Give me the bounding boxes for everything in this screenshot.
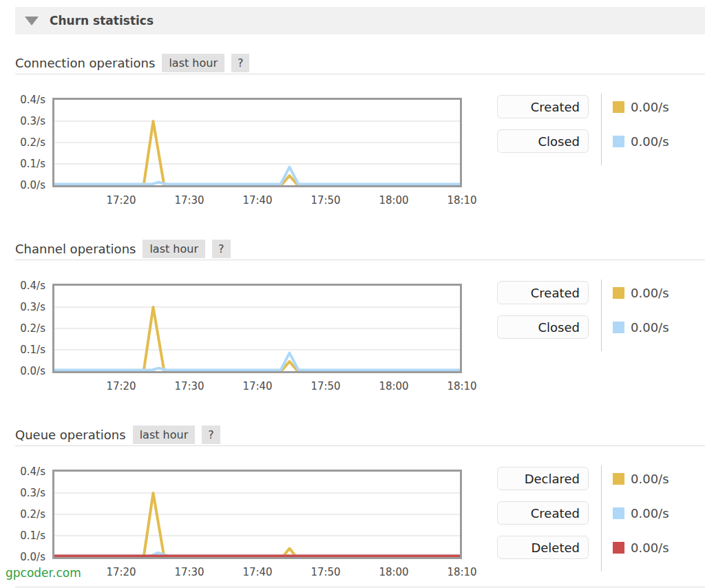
x-axis-label: 17:30 bbox=[174, 194, 204, 207]
x-axis-label: 18:00 bbox=[379, 566, 408, 578]
chart-legend-values: 0.00/s0.00/s bbox=[601, 94, 669, 165]
legend-value-row: 0.00/s bbox=[613, 95, 669, 118]
plot-svg bbox=[54, 100, 460, 185]
legend-swatch-closed bbox=[613, 322, 624, 333]
help-icon[interactable]: ? bbox=[231, 54, 250, 72]
section-title: Churn statistics bbox=[50, 14, 154, 28]
collapse-triangle-icon bbox=[25, 17, 39, 25]
x-axis-label: 17:50 bbox=[311, 380, 340, 392]
series-line-created bbox=[54, 121, 460, 185]
legend-value: 0.00/s bbox=[631, 540, 669, 555]
y-axis: 0.4/s0.3/s0.2/s0.1/s0.0/s bbox=[15, 98, 48, 187]
chart-title-row: Queue operations last hour ? bbox=[15, 424, 705, 446]
chart-legend-buttons: DeclaredCreatedDeleted bbox=[497, 467, 589, 570]
legend-value: 0.00/s bbox=[631, 286, 669, 300]
y-axis-label: 0.4/s bbox=[20, 465, 45, 478]
legend-value: 0.00/s bbox=[631, 472, 669, 486]
chart-legend-buttons: CreatedClosed bbox=[497, 281, 589, 350]
series-line-closed bbox=[54, 353, 460, 370]
x-axis: 17:2017:3017:4017:5018:0018:10 bbox=[54, 380, 460, 394]
series-line-closed bbox=[54, 167, 460, 185]
y-axis-label: 0.1/s bbox=[20, 158, 45, 170]
plot-area bbox=[52, 470, 462, 559]
legend-button-created[interactable]: Created bbox=[497, 281, 589, 304]
chart-section-connection-operations: Connection operations last hour ? 0.4/s0… bbox=[0, 52, 705, 238]
legend-swatch-declared bbox=[613, 473, 624, 485]
legend-swatch-created bbox=[613, 287, 624, 299]
legend-swatch-closed bbox=[613, 136, 624, 147]
legend-value-row: 0.00/s bbox=[613, 315, 669, 339]
legend-button-created[interactable]: Created bbox=[497, 501, 589, 525]
x-axis: 17:2017:3017:4017:5018:0018:10 bbox=[54, 194, 460, 208]
x-axis-label: 17:20 bbox=[106, 194, 136, 207]
plot-area bbox=[52, 284, 462, 373]
chart-legend-values: 0.00/s0.00/s bbox=[601, 280, 669, 351]
chart-title: Connection operations bbox=[15, 56, 155, 70]
legend-value-row: 0.00/s bbox=[613, 467, 669, 490]
churn-statistics-collapse-header[interactable]: Churn statistics bbox=[15, 7, 705, 34]
legend-swatch-created bbox=[613, 507, 624, 519]
legend-value-row: 0.00/s bbox=[613, 536, 669, 559]
x-axis-label: 17:30 bbox=[174, 380, 204, 392]
legend-value: 0.00/s bbox=[631, 506, 669, 521]
x-axis-label: 17:50 bbox=[311, 566, 340, 578]
y-axis-label: 0.4/s bbox=[20, 280, 45, 292]
y-axis: 0.4/s0.3/s0.2/s0.1/s0.0/s bbox=[15, 284, 48, 373]
y-axis-label: 0.0/s bbox=[20, 179, 45, 191]
y-axis-label: 0.2/s bbox=[20, 322, 45, 335]
x-axis-label: 17:40 bbox=[242, 566, 272, 578]
y-axis: 0.4/s0.3/s0.2/s0.1/s0.0/s bbox=[15, 470, 48, 559]
x-axis-label: 17:50 bbox=[311, 194, 340, 207]
chart-legend-buttons: CreatedClosed bbox=[497, 95, 589, 164]
y-axis-label: 0.4/s bbox=[20, 94, 45, 106]
legend-button-closed[interactable]: Closed bbox=[497, 129, 589, 153]
x-axis-label: 18:00 bbox=[379, 194, 408, 207]
y-axis-label: 0.2/s bbox=[20, 136, 45, 149]
legend-value-row: 0.00/s bbox=[613, 281, 669, 304]
chart-title-row: Channel operations last hour ? bbox=[15, 238, 705, 260]
x-axis-label: 18:10 bbox=[447, 566, 476, 578]
x-axis-label: 18:10 bbox=[447, 194, 476, 207]
y-axis-label: 0.3/s bbox=[20, 301, 45, 313]
x-axis-label: 17:20 bbox=[106, 566, 136, 578]
legend-value: 0.00/s bbox=[631, 320, 669, 335]
y-axis-label: 0.2/s bbox=[20, 508, 45, 521]
chart-section-channel-operations: Channel operations last hour ? 0.4/s0.3/… bbox=[0, 238, 705, 424]
legend-button-created[interactable]: Created bbox=[497, 95, 589, 118]
watermark: gpcoder.com bbox=[6, 566, 81, 580]
x-axis-label: 18:00 bbox=[379, 380, 408, 392]
chart-title: Queue operations bbox=[15, 428, 126, 442]
range-selector-badge[interactable]: last hour bbox=[143, 240, 205, 258]
legend-swatch-deleted bbox=[613, 542, 624, 554]
plot-svg bbox=[54, 472, 460, 557]
help-icon[interactable]: ? bbox=[202, 426, 220, 444]
x-axis-label: 17:30 bbox=[174, 566, 204, 578]
chart-legend-values: 0.00/s0.00/s0.00/s bbox=[601, 465, 669, 571]
x-axis-label: 17:20 bbox=[106, 380, 136, 392]
plot-svg bbox=[54, 286, 460, 371]
plot-area bbox=[52, 98, 462, 187]
legend-value: 0.00/s bbox=[631, 100, 669, 114]
y-axis-label: 0.1/s bbox=[20, 344, 45, 356]
x-axis-label: 17:40 bbox=[242, 194, 272, 207]
help-icon[interactable]: ? bbox=[212, 240, 231, 258]
legend-button-deleted[interactable]: Deleted bbox=[497, 536, 589, 559]
chart-title-row: Connection operations last hour ? bbox=[15, 52, 705, 74]
chart-section-queue-operations: Queue operations last hour ? 0.4/s0.3/s0… bbox=[0, 424, 705, 588]
range-selector-badge[interactable]: last hour bbox=[162, 54, 224, 72]
x-axis-label: 18:10 bbox=[447, 380, 476, 392]
legend-value-row: 0.00/s bbox=[613, 501, 669, 525]
y-axis-label: 0.3/s bbox=[20, 115, 45, 127]
y-axis-label: 0.1/s bbox=[20, 529, 45, 542]
series-line-declared bbox=[54, 493, 460, 557]
y-axis-label: 0.0/s bbox=[20, 365, 45, 377]
legend-value-row: 0.00/s bbox=[613, 129, 669, 153]
x-axis: 17:2017:3017:4017:5018:0018:10 bbox=[54, 566, 460, 580]
legend-button-declared[interactable]: Declared bbox=[497, 467, 589, 490]
series-line-created bbox=[54, 307, 460, 371]
range-selector-badge[interactable]: last hour bbox=[133, 426, 196, 444]
legend-button-closed[interactable]: Closed bbox=[497, 315, 589, 339]
chart-title: Channel operations bbox=[15, 242, 136, 256]
legend-swatch-created bbox=[613, 101, 624, 113]
legend-value: 0.00/s bbox=[631, 134, 669, 149]
